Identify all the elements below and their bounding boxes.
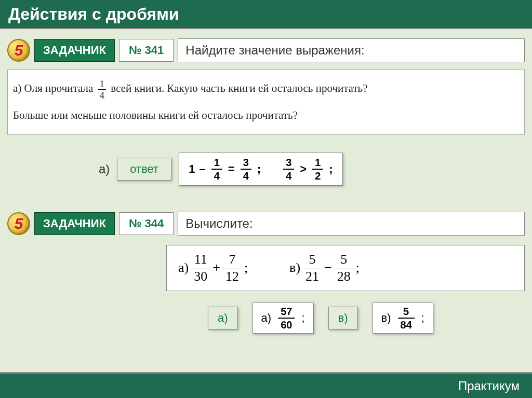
n: 3	[241, 157, 251, 170]
d: 4	[241, 170, 251, 181]
semi: ;	[301, 311, 304, 325]
answer-math-1: 1 – 1 4 = 3 4 ; 3 4 > 1 2 ;	[179, 153, 342, 186]
n: 11	[192, 253, 209, 268]
answer-button[interactable]: ответ	[117, 158, 171, 181]
semi: ;	[244, 260, 248, 276]
d: 28	[335, 268, 353, 283]
badge-label: ЗАДАЧНИК	[34, 39, 115, 62]
d: 2	[312, 170, 323, 181]
task-number: № 341	[119, 39, 174, 62]
q-prefix: а) Оля прочитала	[13, 82, 93, 94]
badge-label: ЗАДАЧНИК	[34, 212, 115, 235]
calc-box: а) 11 30 + 7 12 ; в) 5 21 − 5 28 ;	[166, 245, 525, 291]
footer-label: Практикум	[458, 379, 520, 393]
frac-3-4b: 3 4	[283, 157, 294, 181]
semi: ;	[421, 311, 424, 325]
plus: +	[212, 260, 220, 276]
gt: >	[300, 162, 307, 176]
frac-7-12: 7 12	[223, 253, 241, 283]
task-1-header: 5 ЗАДАЧНИК № 341 Найдите значение выраже…	[0, 38, 532, 62]
frac-1-2: 1 2	[312, 157, 323, 181]
q-line2: Больше или меньше половины книги ей оста…	[13, 105, 519, 126]
label: в)	[381, 311, 391, 325]
n: 5	[335, 253, 353, 268]
calc-v: в) 5 21 − 5 28 ;	[289, 253, 360, 283]
frac-den: 4	[98, 90, 107, 100]
footer: Практикум	[0, 372, 532, 398]
task-2: 5 ЗАДАЧНИК № 344 Вычислите: а) 11 30 + 7…	[0, 212, 532, 334]
d: 84	[398, 319, 415, 330]
answer-row-2: а) а) 57 60 ; в) в) 5 84 ;	[208, 303, 525, 334]
task-1: 5 ЗАДАЧНИК № 341 Найдите значение выраже…	[0, 38, 532, 186]
d: 12	[223, 268, 241, 283]
d: 60	[278, 319, 295, 330]
semi: ;	[356, 260, 360, 276]
eq: =	[228, 162, 235, 176]
d: 4	[211, 170, 222, 181]
answer-row-1: а) ответ 1 – 1 4 = 3 4 ; 3 4 > 1 2	[99, 153, 525, 186]
calc-a: а) 11 30 + 7 12 ;	[178, 253, 248, 283]
question-text: а) Оля прочитала 1 4 всей книги. Какую ч…	[7, 70, 525, 135]
frac-11-30: 11 30	[192, 253, 209, 283]
task-prompt: Вычислите:	[178, 212, 525, 236]
btn-a[interactable]: а)	[208, 307, 238, 330]
n: 57	[278, 306, 295, 319]
d: 30	[192, 268, 209, 283]
frac-1-4: 1 4	[211, 157, 222, 181]
d: 4	[283, 170, 294, 181]
letter-a: а)	[99, 162, 110, 176]
minus: –	[199, 162, 205, 176]
frac-3-4: 3 4	[241, 157, 251, 181]
frac-5-28: 5 28	[335, 253, 353, 283]
frac-57-60: 57 60	[278, 306, 295, 330]
btn-v[interactable]: в)	[328, 307, 358, 330]
badge-5-icon: 5	[7, 39, 30, 62]
frac-5-21: 5 21	[303, 253, 321, 283]
answer-v-box: в) 5 84 ;	[373, 303, 433, 334]
minus: −	[324, 260, 332, 276]
n: 1	[312, 157, 323, 170]
task-prompt: Найдите значение выражения:	[178, 38, 525, 62]
q-mid: всей книги. Какую часть книги ей осталос…	[111, 82, 367, 94]
n: 5	[303, 253, 321, 268]
task-2-header: 5 ЗАДАЧНИК № 344 Вычислите:	[0, 212, 532, 236]
label: а)	[261, 311, 272, 325]
d: 21	[303, 268, 321, 283]
one: 1	[189, 162, 195, 176]
n: 5	[398, 306, 415, 319]
n: 3	[283, 157, 294, 170]
semi2: ;	[329, 162, 332, 176]
fraction-1-4: 1 4	[98, 79, 107, 100]
n: 1	[211, 157, 222, 170]
task-number: № 344	[119, 212, 174, 235]
label: а)	[178, 260, 189, 276]
label: в)	[289, 260, 300, 276]
frac-5-84: 5 84	[398, 306, 415, 330]
answer-a-box: а) 57 60 ;	[252, 303, 314, 334]
frac-num: 1	[98, 79, 107, 90]
page-title: Действия с дробями	[0, 0, 532, 29]
semi: ;	[257, 162, 261, 176]
badge-5-icon: 5	[7, 212, 30, 235]
n: 7	[223, 253, 241, 268]
